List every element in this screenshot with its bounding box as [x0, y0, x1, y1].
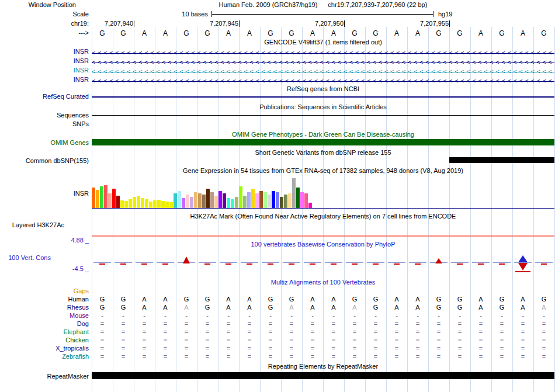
h3k27ac-signal-line[interactable]	[92, 235, 554, 237]
gtex-tissue-bar[interactable]	[210, 192, 214, 209]
snps-label[interactable]: SNPs	[0, 120, 89, 128]
phylop-negative-dash	[331, 263, 337, 265]
gtex-tissue-bar[interactable]	[186, 195, 189, 209]
gtex-tissue-bar[interactable]	[198, 193, 202, 209]
phylop-negative-dash	[226, 263, 231, 265]
gtex-tissue-bar[interactable]	[231, 199, 234, 209]
multiz-base-cell: =	[344, 320, 365, 328]
refseq-curated-label[interactable]: RefSeq Curated	[0, 93, 89, 100]
gtex-tissue-bar[interactable]	[100, 186, 103, 209]
phylop-negative-dash	[141, 263, 147, 265]
refseq-dense-item[interactable]	[92, 96, 554, 98]
gtex-tissue-bar[interactable]	[133, 197, 136, 209]
gtex-tissue-bar[interactable]	[202, 195, 206, 209]
gencode-gene-label[interactable]: INSR	[0, 76, 89, 84]
gtex-tissue-bar[interactable]	[104, 185, 107, 209]
phylop-negative-base	[515, 271, 530, 272]
multiz-base-cell: =	[176, 353, 197, 360]
gtex-tissue-bar[interactable]	[157, 200, 161, 209]
multiz-base-cell: =	[491, 320, 512, 328]
gtex-tissue-bar[interactable]	[235, 197, 238, 209]
multiz-base-cell: -	[428, 312, 449, 320]
gtex-tissue-bar[interactable]	[145, 199, 148, 209]
gtex-tissue-bar[interactable]	[141, 198, 144, 209]
multiz-base-cell: =	[113, 320, 134, 328]
dbsnp-variant-bar[interactable]	[449, 157, 554, 163]
dbsnp-label[interactable]: Common dbSNP(155)	[0, 157, 89, 165]
gtex-tissue-bar[interactable]	[255, 193, 259, 209]
gencode-transcript-line[interactable]: <<<<<<<<<<<<<<<<<<<<<<<<<<<<<<<<<<<<<<<<…	[92, 60, 554, 65]
phylop-zero-line	[304, 262, 321, 263]
gtex-tissue-bar[interactable]	[182, 198, 185, 209]
gtex-tissue-bar[interactable]	[190, 197, 193, 209]
phylop-max-label: 4.88 _	[0, 237, 89, 244]
gtex-tissue-bar[interactable]	[92, 188, 95, 209]
gtex-tissue-bar[interactable]	[223, 193, 226, 209]
gtex-tissue-bar[interactable]	[218, 191, 222, 209]
gtex-tissue-bar[interactable]	[227, 198, 230, 209]
gtex-tissue-bar[interactable]	[272, 191, 275, 209]
gtex-tissue-bar[interactable]	[280, 197, 283, 209]
gencode-transcript-line[interactable]: <<<<<<<<<<<<<<<<<<<<<<<<<<<<<<<<<<<<<<<<…	[92, 69, 554, 75]
multiz-base-cell: =	[407, 328, 428, 336]
multiz-base-cell: G	[197, 304, 218, 311]
gtex-tissue-bar[interactable]	[276, 192, 279, 209]
multiz-base-cell: -	[491, 312, 512, 320]
phylop-label[interactable]: 100 Vert. Cons	[0, 254, 89, 262]
gtex-tissue-bar[interactable]	[263, 192, 267, 209]
gencode-gene-label[interactable]: INSR	[0, 57, 89, 65]
gtex-bar-chart[interactable]	[92, 178, 312, 209]
gtex-tissue-bar[interactable]	[296, 188, 300, 209]
gtex-tissue-bar[interactable]	[120, 200, 124, 209]
dna-base: A	[155, 29, 176, 37]
gtex-tissue-bar[interactable]	[108, 193, 112, 209]
gtex-tissue-bar[interactable]	[96, 190, 99, 209]
sequences-label[interactable]: Sequences	[0, 112, 89, 119]
multiz-base-cell: G	[365, 304, 386, 311]
gtex-tissue-bar[interactable]	[284, 195, 287, 209]
gencode-transcript-line[interactable]: <<<<<<<<<<<<<<<<<<<<<<<<<<<<<<<<<<<<<<<<…	[92, 50, 554, 56]
gtex-tissue-bar[interactable]	[300, 192, 304, 209]
multiz-base-cell: G	[449, 304, 470, 311]
gtex-tissue-bar[interactable]	[194, 192, 197, 209]
dna-base: A	[386, 29, 407, 37]
multiz-base-cell: A	[239, 296, 260, 303]
gencode-gene-label[interactable]: INSR	[0, 48, 89, 55]
repeatmasker-item-bar[interactable]	[92, 372, 554, 379]
phylop-negative-dash	[478, 263, 484, 265]
multiz-base-cell: =	[302, 353, 323, 360]
gtex-tissue-bar[interactable]	[112, 189, 116, 209]
omim-gene-bar[interactable]	[92, 139, 554, 145]
multiz-base-cell: G	[260, 304, 281, 311]
publications-dense-item[interactable]	[92, 115, 554, 116]
gtex-tissue-bar[interactable]	[129, 199, 132, 209]
phylop-zero-line	[367, 262, 384, 263]
gtex-tissue-bar[interactable]	[178, 191, 181, 209]
gtex-tissue-bar[interactable]	[247, 192, 251, 209]
gtex-tissue-bar[interactable]	[251, 189, 255, 209]
omim-genes-label[interactable]: OMIM Genes	[0, 139, 89, 147]
repeatmasker-label[interactable]: RepeatMasker	[0, 373, 89, 380]
gencode-transcript-line[interactable]: <<<<<<<<<<<<<<<<<<<<<<<<<<<<<<<<<<<<<<<<…	[92, 78, 554, 84]
gencode-gene-label[interactable]: INSR	[0, 67, 89, 74]
h3k27ac-label[interactable]: Layered H3K27Ac	[0, 221, 89, 229]
gtex-tissue-bar[interactable]	[304, 193, 308, 209]
gtex-tissue-bar[interactable]	[137, 196, 140, 209]
genome-version: hg19	[438, 11, 452, 18]
multiz-base-cell: =	[176, 345, 197, 352]
multiz-base-cell: -	[449, 312, 470, 320]
multiz-species-label: Zebrafish	[0, 353, 89, 360]
gtex-tissue-bar[interactable]	[116, 196, 120, 209]
gtex-gene-label[interactable]: INSR	[0, 190, 89, 197]
gtex-tissue-bar[interactable]	[243, 196, 247, 209]
gtex-tissue-bar[interactable]	[268, 195, 271, 209]
gtex-tissue-bar[interactable]	[259, 191, 263, 209]
gtex-tissue-bar[interactable]	[174, 193, 177, 209]
gtex-tissue-bar[interactable]	[214, 196, 218, 209]
gtex-tissue-bar[interactable]	[153, 200, 157, 209]
gtex-tissue-bar[interactable]	[288, 193, 292, 209]
multiz-base-cell: =	[197, 353, 218, 360]
gtex-tissue-bar[interactable]	[292, 178, 296, 209]
gtex-tissue-bar[interactable]	[239, 186, 242, 209]
gtex-tissue-bar[interactable]	[206, 189, 210, 209]
